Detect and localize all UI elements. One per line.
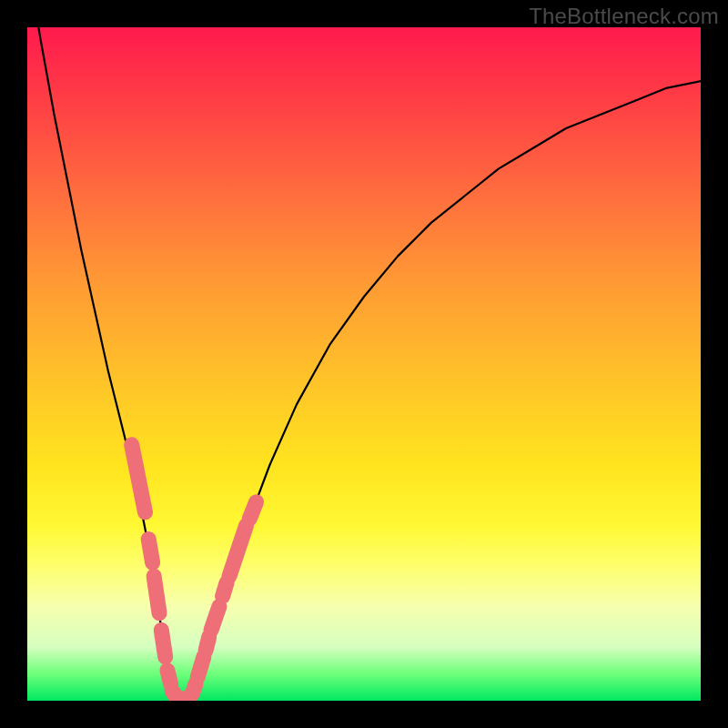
highlight-segment: [192, 684, 196, 694]
highlight-segment: [161, 630, 165, 657]
chart-stage: TheBottleneck.com: [0, 0, 728, 728]
highlight-segment: [148, 539, 152, 562]
highlight-segment: [229, 526, 247, 577]
highlight-segment: [211, 606, 219, 630]
highlight-segment: [167, 671, 171, 684]
highlight-segment: [249, 502, 256, 520]
curve-layer: [27, 27, 701, 701]
highlight-segment: [197, 657, 204, 677]
highlight-segment: [154, 576, 159, 613]
highlight-segment: [223, 583, 227, 597]
highlight-segment: [132, 445, 146, 512]
plot-area: [27, 27, 701, 701]
bottleneck-curve-path: [27, 27, 701, 701]
bottleneck-curve-svg: [27, 27, 701, 701]
highlight-segment: [206, 637, 209, 651]
marker-layer: [132, 445, 257, 699]
watermark-text: TheBottleneck.com: [529, 4, 719, 29]
